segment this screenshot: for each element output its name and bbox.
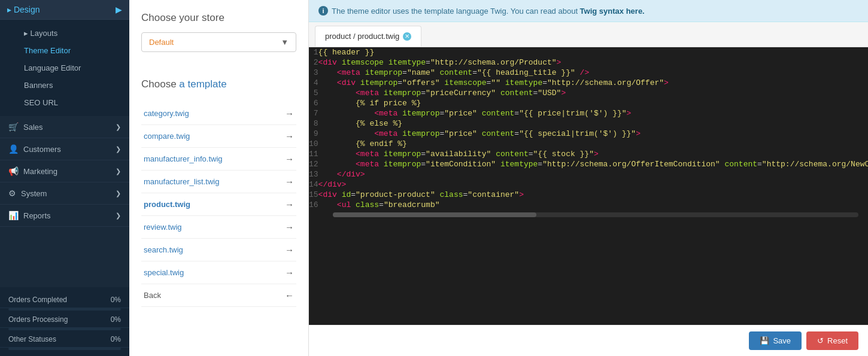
info-icon: i — [318, 6, 328, 16]
code-line: 10 {% endif %} — [309, 139, 868, 149]
stat-other-statuses: Other Statuses 0% — [0, 331, 129, 348]
line-number: 15 — [309, 190, 318, 200]
sales-icon: 🛒 — [8, 122, 19, 132]
code-line: 1{{ header }} — [309, 47, 868, 57]
store-select[interactable]: Default ▼ — [141, 32, 296, 52]
stat-other-statuses-pct: 0% — [111, 335, 121, 343]
template-list-item[interactable]: product.twig→ — [141, 193, 296, 216]
template-list-item[interactable]: Back← — [141, 284, 296, 307]
line-code: <div itemprop="offers" itemscope="" item… — [318, 78, 868, 88]
choose-store-title: Choose your store — [141, 12, 296, 24]
template-arrow-icon: → — [285, 131, 294, 141]
template-list-item[interactable]: manufacturer_info.twig→ — [141, 148, 296, 171]
line-number: 4 — [309, 78, 318, 88]
editor-tab-close-icon[interactable]: ✕ — [403, 32, 411, 41]
sidebar-item-seo-url[interactable]: SEO URL — [17, 94, 129, 111]
line-code: </div> — [318, 169, 868, 179]
sidebar-item-reports[interactable]: 📊 Reports ❯ — [0, 205, 129, 227]
code-line: 2<div itemscope itemtype="http://schema.… — [309, 57, 868, 68]
template-name: manufacturer_info.twig — [144, 154, 223, 163]
system-arrow-icon: ❯ — [116, 190, 121, 197]
sidebar-item-marketing[interactable]: 📢 Marketing ❯ — [0, 160, 129, 182]
line-code: {{ header }} — [318, 47, 868, 57]
marketing-icon: 📢 — [8, 166, 19, 176]
line-code: <meta itemprop="price" content="{{ speci… — [318, 129, 868, 139]
line-code: <meta itemprop="priceCurrency" content="… — [318, 88, 868, 98]
template-arrow-icon: → — [285, 154, 294, 164]
template-list-item[interactable]: manufacturer_list.twig→ — [141, 171, 296, 193]
line-number: 3 — [309, 68, 318, 78]
line-number: 6 — [309, 98, 318, 108]
code-line: 12 <meta itemprop="itemCondition" itemty… — [309, 159, 868, 169]
template-arrow-icon: → — [285, 199, 294, 209]
sidebar-top[interactable]: ▸ Design ▶ — [0, 0, 129, 20]
template-name: review.twig — [144, 223, 182, 232]
back-arrow-icon: ← — [285, 290, 294, 300]
template-name: manufacturer_list.twig — [144, 177, 219, 186]
horizontal-scrollbar[interactable] — [309, 210, 868, 220]
template-list-item[interactable]: review.twig→ — [141, 216, 296, 239]
template-list-item[interactable]: search.twig→ — [141, 239, 296, 261]
reports-arrow-icon: ❯ — [116, 212, 121, 220]
sidebar-item-sales[interactable]: 🛒 Sales ❯ — [0, 116, 129, 138]
sidebar-top-arrow: ▶ — [116, 5, 122, 14]
stat-orders-processing-label: Orders Processing — [8, 315, 68, 324]
info-text: The theme editor uses the template langu… — [332, 7, 645, 16]
sidebar-item-banners[interactable]: Banners — [17, 77, 129, 94]
template-list-item[interactable]: category.twig→ — [141, 102, 296, 125]
template-arrow-icon: → — [285, 108, 294, 118]
info-link[interactable]: Twig syntax here. — [580, 7, 645, 16]
line-number: 12 — [309, 159, 318, 169]
reset-icon: ↺ — [817, 336, 824, 345]
stat-other-statuses-label: Other Statuses — [8, 335, 56, 343]
marketing-arrow-icon: ❯ — [116, 168, 121, 175]
code-line: 9 <meta itemprop="price" content="{{ spe… — [309, 129, 868, 139]
code-line: 13 </div> — [309, 169, 868, 179]
line-code: <ul class="breadcrumb" — [318, 200, 868, 210]
sidebar-item-theme-editor[interactable]: Theme Editor — [17, 42, 129, 59]
left-panel: Choose your store Default ▼ Choose a tem… — [129, 0, 309, 356]
template-name: compare.twig — [144, 132, 190, 141]
code-area[interactable]: 1{{ header }}2<div itemscope itemtype="h… — [309, 47, 868, 325]
sidebar-item-system[interactable]: ⚙ System ❯ — [0, 182, 129, 205]
template-list-item[interactable]: compare.twig→ — [141, 125, 296, 148]
line-code: <meta itemprop="name" content="{{ headin… — [318, 68, 868, 78]
line-number: 16 — [309, 200, 318, 210]
stat-orders-processing-bar-wrap — [8, 328, 121, 330]
reset-label: Reset — [827, 336, 848, 345]
sidebar-item-system-label: System — [21, 189, 47, 198]
reset-button[interactable]: ↺ Reset — [806, 331, 858, 350]
line-number: 5 — [309, 88, 318, 98]
stat-orders-completed-label: Orders Completed — [8, 296, 67, 304]
sidebar: ▸ Design ▶ ▸ Layouts Theme Editor Langua… — [0, 0, 129, 356]
hscrollbar-thumb[interactable] — [333, 212, 536, 217]
save-button[interactable]: 💾 Save — [749, 331, 802, 350]
code-line: 11 <meta itemprop="availability" content… — [309, 149, 868, 159]
editor-tabs: product / product.twig ✕ — [309, 22, 868, 47]
line-number: 10 — [309, 139, 318, 149]
hscrollbar-track — [333, 212, 858, 217]
stat-orders-completed-bar-wrap — [8, 308, 121, 311]
sidebar-design-sub: ▸ Layouts Theme Editor Language Editor B… — [0, 20, 129, 116]
template-arrow-icon: → — [285, 267, 294, 278]
editor-tab-product[interactable]: product / product.twig ✕ — [315, 26, 421, 47]
sidebar-item-customers[interactable]: 👤 Customers ❯ — [0, 138, 129, 160]
template-name: category.twig — [144, 109, 189, 118]
sidebar-stats: Orders Completed 0% Orders Processing 0%… — [0, 287, 129, 356]
sidebar-item-language-editor[interactable]: Language Editor — [17, 59, 129, 77]
code-line: 4 <div itemprop="offers" itemscope="" it… — [309, 78, 868, 88]
code-line: 8 {% else %} — [309, 118, 868, 129]
save-label: Save — [773, 336, 791, 345]
customers-arrow-icon: ❯ — [116, 145, 121, 153]
right-panel: i The theme editor uses the template lan… — [309, 0, 868, 356]
code-line: 5 <meta itemprop="priceCurrency" content… — [309, 88, 868, 98]
line-code: <meta itemprop="availability" content="{… — [318, 149, 868, 159]
line-code: <div id="product-product" class="contain… — [318, 190, 868, 200]
main-content: Choose your store Default ▼ Choose a tem… — [129, 0, 868, 356]
store-select-value: Default — [149, 38, 174, 47]
stat-orders-processing-pct: 0% — [111, 315, 121, 324]
template-list-item[interactable]: special.twig→ — [141, 261, 296, 284]
editor-tab-label: product / product.twig — [325, 32, 399, 41]
sidebar-item-layouts[interactable]: ▸ Layouts — [17, 25, 129, 42]
template-arrow-icon: → — [285, 177, 294, 187]
